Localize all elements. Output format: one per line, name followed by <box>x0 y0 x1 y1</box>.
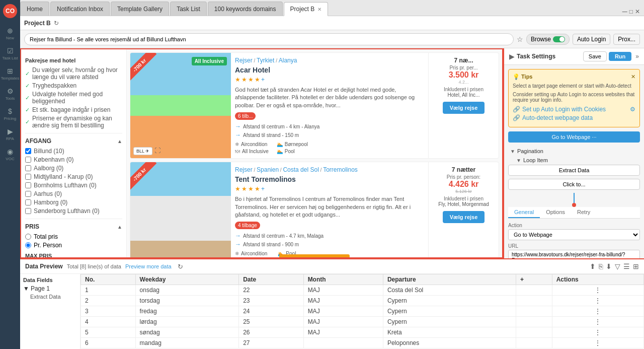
distance-item: → Afstand til centrum - 4.7 km, Malaga <box>235 232 424 239</box>
copy-icon[interactable]: ⎘ <box>599 262 603 270</box>
tab-notification[interactable]: Notification Inbox <box>50 2 110 16</box>
auto-login-button[interactable]: Auto Login <box>573 34 610 45</box>
city-hamborg-checkbox[interactable] <box>25 199 31 205</box>
cell-actions[interactable]: ⋮ <box>552 285 643 296</box>
departure-section-header[interactable]: AFGANG ▲ <box>25 133 122 145</box>
city-midtjylland-checkbox[interactable] <box>25 174 31 180</box>
left-sidebar: CO ⊕ New ☑ Task List ⊞ Templates ⚙ Tools… <box>0 0 20 349</box>
tab-home[interactable]: Home <box>20 2 49 16</box>
badge-overlay: -700 kr <box>130 53 231 158</box>
maximize-icon[interactable]: □ <box>629 8 633 15</box>
tree-loop-item[interactable]: ▼ Loop Item <box>514 156 640 165</box>
pricing-icon: $ <box>8 107 12 115</box>
header-icons: ⬆ ⎘ ⬇ ▽ ☰ ⊞ <box>590 262 639 270</box>
hotel-name: Tent Torremolinos <box>235 175 424 183</box>
go-to-webpage-button[interactable]: Go to Webpage ··· <box>508 131 640 143</box>
sidebar-item-rpa[interactable]: ▶ RPA <box>1 125 19 143</box>
cell-actions[interactable]: ⋮ <box>552 317 643 327</box>
city-kobenhavn-checkbox[interactable] <box>25 157 31 163</box>
hotels-panel: -700 kr All Inclusive BLL ✈ ⛶ Rejser / T… <box>127 49 502 257</box>
url-input[interactable]: https://www.bravotours.dk/rejser/rejser-… <box>508 250 640 258</box>
cell-no: 1 <box>81 285 136 296</box>
city-kobenhavn[interactable]: København (0) <box>25 156 122 163</box>
extract-data-button[interactable]: Extract Data <box>508 165 640 176</box>
address-input[interactable] <box>24 33 514 45</box>
price-total[interactable]: Total pris <box>25 233 122 240</box>
cell-actions[interactable]: ⋮ <box>552 296 643 306</box>
list-view-icon[interactable]: ☰ <box>623 262 630 270</box>
expand-panel-icon[interactable]: » <box>635 53 639 60</box>
city-sonderborg-checkbox[interactable] <box>25 208 31 214</box>
cell-weekday: søndag <box>135 327 239 338</box>
save-button[interactable]: Save <box>583 51 607 61</box>
sidebar-item-tools[interactable]: ⚙ Tools <box>1 85 19 103</box>
city-billund[interactable]: Billund (10) <box>25 148 122 155</box>
col-add[interactable]: + <box>516 274 552 285</box>
departure-chevron-icon: ▲ <box>117 138 122 144</box>
city-billund-checkbox[interactable] <box>25 148 31 154</box>
page-item[interactable]: ▼ Page 1 <box>23 285 77 292</box>
city-bornholm-checkbox[interactable] <box>25 182 31 188</box>
grid-view-icon[interactable]: ⊞ <box>633 262 639 270</box>
city-aalborg[interactable]: Aalborg (0) <box>25 165 122 172</box>
tab-keywords[interactable]: 100 keywords domains <box>208 2 283 16</box>
city-sonderborg[interactable]: Sønderborg Lufthavn (0) <box>25 207 122 215</box>
tab-options[interactable]: Options <box>540 207 571 218</box>
preview-more-link[interactable]: Preview more data <box>125 263 172 269</box>
tips-link2[interactable]: 🔗 Auto-detect webpage data <box>513 114 635 121</box>
price-person[interactable]: Pr. Person <box>25 242 122 249</box>
cell-actions[interactable]: ⋮ <box>552 338 643 348</box>
sidebar-item-new[interactable]: ⊕ New <box>1 24 19 42</box>
extract-data-item[interactable]: Extract Data <box>30 294 77 300</box>
export-icon[interactable]: ⬆ <box>590 262 596 270</box>
tips-close-button[interactable]: ✕ <box>631 74 635 80</box>
city-aalborg-checkbox[interactable] <box>25 165 31 171</box>
app-logo[interactable]: CO <box>3 4 17 18</box>
sidebar-item-label: Task List <box>2 56 18 60</box>
click-to-button[interactable]: Click to... <box>508 179 640 190</box>
tab-retry[interactable]: Retry <box>571 207 596 218</box>
loop-item-label: Loop Item <box>523 157 548 163</box>
refresh-icon[interactable]: ↻ <box>54 20 59 27</box>
tips-link1[interactable]: 🔗 Set up Auto Login with Cookies ⚙ <box>513 106 635 113</box>
proxy-button[interactable]: Prox... <box>613 34 640 45</box>
city-aarhus[interactable]: Aarhus (0) <box>25 190 122 197</box>
package-title: Pakrejse med hotel <box>25 57 122 63</box>
tab-close-icon[interactable]: ✕ <box>317 7 321 12</box>
action-select[interactable]: Go to Webpage <box>508 229 640 240</box>
browse-toggle[interactable]: Browse <box>526 34 570 45</box>
minimize-icon[interactable]: ─ <box>622 8 627 16</box>
tab-template-gallery[interactable]: Template Gallery <box>111 2 169 16</box>
expand-image-icon[interactable]: ⛶ <box>154 147 160 155</box>
city-midtjylland[interactable]: Midtjylland - Karup (0) <box>25 173 122 180</box>
filter-icon[interactable]: ▽ <box>615 262 620 270</box>
price-section-header[interactable]: PRIS ▲ <box>25 219 122 230</box>
tab-project-b[interactable]: Project B ✕ <box>284 2 329 16</box>
city-hamborg[interactable]: Hamborg (0) <box>25 199 122 206</box>
cell-actions[interactable]: ⋮ <box>552 327 643 338</box>
browse-toggle-knob[interactable] <box>553 36 565 42</box>
bookmark-icon[interactable]: ☆ <box>517 35 523 43</box>
city-aarhus-checkbox[interactable] <box>25 191 31 197</box>
refresh-data-icon[interactable]: ↻ <box>178 263 183 270</box>
price-value: 4.426 kr <box>449 180 479 189</box>
choose-trip-button[interactable]: Vælg rejse <box>443 102 485 114</box>
tab-general[interactable]: General <box>508 207 540 218</box>
close-window-icon[interactable]: ✕ <box>635 8 640 15</box>
hotel-image-container: -700 kr All Inclusive BLL ✈ ⛶ <box>130 53 231 158</box>
tree-pagination[interactable]: ▼ Pagination <box>508 147 640 156</box>
col-no: No. <box>81 274 136 285</box>
download-icon[interactable]: ⬇ <box>606 262 612 270</box>
run-button[interactable]: Run <box>609 52 631 61</box>
choose-trip-button[interactable]: Vælg rejse <box>443 211 485 223</box>
price-total-radio[interactable] <box>25 234 31 240</box>
sidebar-item-templates[interactable]: ⊞ Templates <box>1 64 19 83</box>
sidebar-item-tasklist[interactable]: ☑ Task List <box>1 44 19 62</box>
cell-actions[interactable]: ⋮ <box>552 306 643 317</box>
sidebar-item-pricing[interactable]: $ Pricing <box>1 105 19 123</box>
tab-task-list[interactable]: Task List <box>170 2 207 16</box>
price-person-radio[interactable] <box>25 242 31 248</box>
city-bornholm[interactable]: Bornholms Lufthavn (0) <box>25 182 122 189</box>
cell-no: 6 <box>81 338 136 348</box>
sidebar-item-voc[interactable]: ◉ VOC <box>1 145 19 163</box>
